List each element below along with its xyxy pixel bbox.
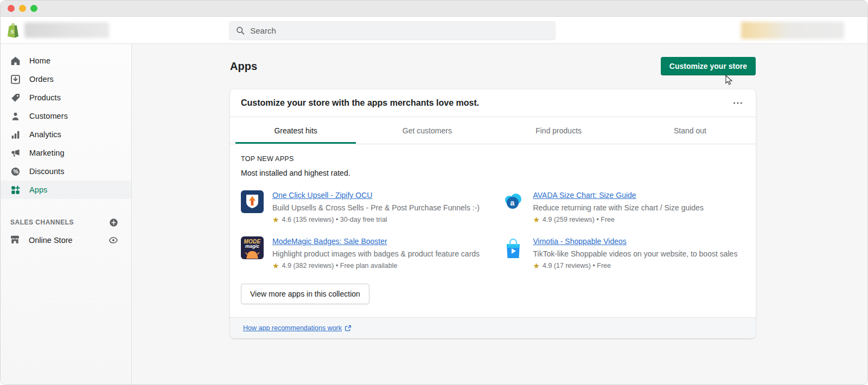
shopify-bag-icon: S: [5, 22, 21, 39]
section-subtitle: Most installed and highest rated.: [241, 169, 745, 177]
app-link[interactable]: ModeMagic Badges: Sale Booster: [272, 237, 387, 246]
search-input[interactable]: [250, 26, 548, 35]
app-link[interactable]: One Click Upsell - Zipify OCU: [272, 191, 372, 200]
tab-find-products[interactable]: Find products: [493, 117, 624, 144]
apps-icon: [10, 184, 21, 195]
sidebar-item-label: Marketing: [29, 149, 65, 157]
app-listing: Vimotia - Shoppable Videos TikTok-like S…: [502, 236, 745, 270]
external-link-icon: [344, 325, 352, 332]
star-icon: ★: [272, 216, 279, 223]
sidebar-item-label: Home: [29, 56, 50, 65]
main-content: Apps Customize your store Customize your…: [132, 44, 867, 385]
customize-store-button[interactable]: Customize your store: [661, 57, 756, 75]
tab-greatest-hits[interactable]: Greatest hits: [230, 117, 361, 144]
how-recommendations-work-link[interactable]: How app recommendations work: [243, 324, 352, 332]
sidebar-item-customers[interactable]: Customers: [1, 107, 131, 125]
page-title: Apps: [230, 60, 257, 73]
search-bar[interactable]: [229, 21, 556, 40]
sidebar-item-orders[interactable]: Orders: [1, 70, 131, 88]
svg-text:S: S: [11, 28, 14, 35]
user-account-redacted: [741, 22, 844, 39]
store-name-redacted: [24, 22, 109, 38]
star-icon: ★: [533, 216, 540, 223]
marketing-icon: [10, 147, 21, 158]
sidebar-item-label: Analytics: [29, 130, 61, 139]
sidebar-item-products[interactable]: Products: [1, 88, 131, 107]
storefront-icon: [10, 234, 20, 247]
app-listing: MODE magic ModeMagic Badges: Sale Booste…: [241, 236, 484, 270]
sidebar-item-label: Discounts: [29, 167, 65, 176]
tab-bar: Greatest hits Get customers Find product…: [230, 117, 756, 144]
sidebar-item-online-store[interactable]: Online Store: [1, 230, 131, 250]
analytics-icon: [10, 129, 21, 140]
sidebar-item-home[interactable]: Home: [1, 52, 131, 70]
zoom-window-button[interactable]: [30, 5, 37, 12]
products-icon: [10, 92, 21, 103]
search-icon: [236, 26, 245, 35]
sidebar-item-label: Products: [29, 93, 61, 102]
svg-text:a: a: [510, 198, 514, 207]
sales-channels-header: SALES CHANNELS: [1, 214, 131, 230]
card-title: Customize your store with the apps merch…: [241, 98, 479, 108]
vimotia-app-icon: [502, 236, 525, 259]
app-rating: 4.9 (17 reviews) • Free: [542, 262, 611, 270]
app-rating: 4.9 (259 reviews) • Free: [542, 216, 615, 223]
ellipsis-icon: [733, 101, 743, 105]
recommendations-card: Customize your store with the apps merch…: [230, 89, 756, 338]
sidebar-item-discounts[interactable]: % Discounts: [1, 162, 131, 181]
eye-icon: [108, 235, 118, 245]
app-listing: One Click Upsell - Zipify OCU Build Upse…: [241, 190, 484, 223]
browser-window: S Home: [0, 0, 868, 385]
sidebar-item-label: Orders: [29, 75, 54, 84]
preview-store-button[interactable]: [108, 235, 118, 245]
modemagic-logo-text: magic: [245, 244, 259, 249]
sidebar-item-label: Apps: [29, 185, 47, 194]
sidebar-item-label: Customers: [29, 112, 68, 120]
app-description: Build Upsells & Cross Sells - Pre & Post…: [272, 202, 484, 213]
sidebar-item-apps[interactable]: Apps: [1, 181, 131, 199]
footer-link-label: How app recommendations work: [243, 324, 342, 332]
modemagic-app-icon: MODE magic: [241, 236, 264, 259]
close-window-button[interactable]: [8, 5, 15, 12]
app-link[interactable]: AVADA Size Chart: Size Guide: [533, 191, 636, 200]
discounts-icon: %: [10, 166, 21, 177]
app-description: Highlight product images with badges & p…: [272, 248, 484, 259]
add-sales-channel-button[interactable]: [109, 218, 118, 227]
app-listing: a AVADA Size Chart: Size Guide Reduce re…: [502, 190, 745, 223]
sidebar: Home Orders: [1, 44, 132, 385]
app-description: TikTok-like Shoppable videos on your web…: [533, 248, 745, 259]
titlebar: [1, 1, 867, 17]
app-header: S: [1, 17, 867, 44]
app-rating: 4.6 (135 reviews) • 30-day free trial: [282, 216, 387, 223]
channel-label: Online Store: [29, 236, 108, 245]
customers-icon: [10, 111, 21, 121]
card-footer: How app recommendations work: [230, 317, 756, 338]
card-overflow-menu-button[interactable]: [731, 99, 745, 107]
home-icon: [10, 55, 21, 66]
orders-icon: [10, 74, 21, 85]
zipify-ocu-app-icon: [241, 190, 264, 213]
section-title: TOP NEW APPS: [241, 155, 745, 163]
star-icon: ★: [533, 262, 540, 270]
app-link[interactable]: Vimotia - Shoppable Videos: [533, 237, 627, 246]
svg-text:%: %: [13, 169, 18, 175]
view-more-apps-button[interactable]: View more apps in this collection: [241, 284, 369, 304]
star-icon: ★: [272, 262, 279, 270]
shopify-logo: S: [1, 22, 109, 39]
sidebar-item-analytics[interactable]: Analytics: [1, 125, 131, 144]
apps-grid: One Click Upsell - Zipify OCU Build Upse…: [241, 190, 745, 270]
app-description: Reduce returning rate with Size chart / …: [533, 202, 745, 213]
app-rating: 4.9 (382 reviews) • Free plan available: [282, 262, 398, 270]
sales-channels-label: SALES CHANNELS: [10, 219, 74, 226]
minimize-window-button[interactable]: [19, 5, 26, 12]
tab-get-customers[interactable]: Get customers: [361, 117, 493, 144]
sidebar-item-marketing[interactable]: Marketing: [1, 144, 131, 162]
tab-stand-out[interactable]: Stand out: [624, 117, 756, 144]
avada-app-icon: a: [502, 190, 525, 213]
plus-circle-icon: [109, 218, 118, 227]
